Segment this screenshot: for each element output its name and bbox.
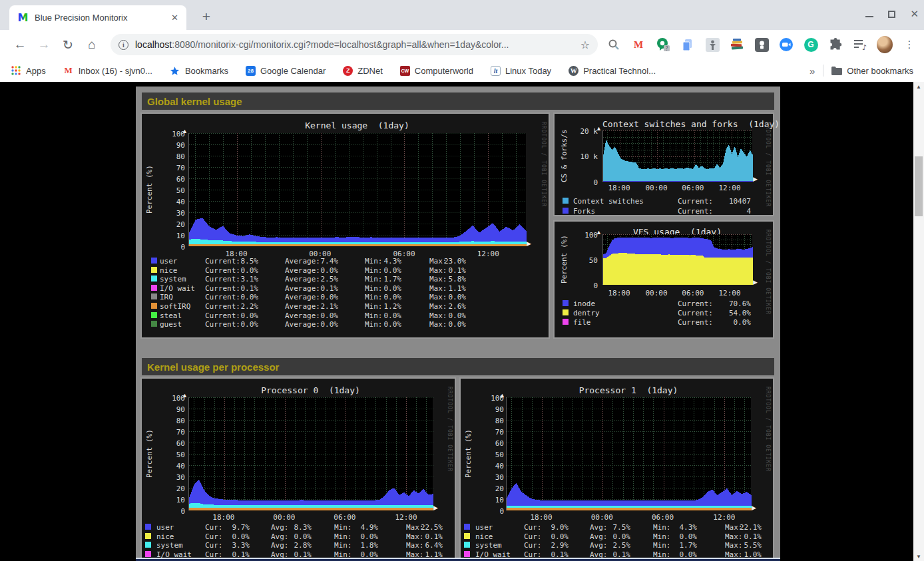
bottom-edge-line xyxy=(136,558,780,561)
legend-swatch xyxy=(464,551,470,557)
legend-label: inode xyxy=(573,299,673,308)
legend-value: 0.0% xyxy=(361,311,401,320)
y-tick-label: 40 xyxy=(165,462,185,470)
window-maximize-icon[interactable] xyxy=(888,11,895,18)
y-tick-label: 10 k xyxy=(571,152,598,161)
legend-value: 23.0% xyxy=(426,257,466,266)
url-text[interactable]: localhost:8080/monitorix-cgi/monitorix.c… xyxy=(135,39,577,50)
plot-area[interactable] xyxy=(188,133,526,246)
window-close-icon[interactable]: ✕ xyxy=(910,8,919,20)
bookmark-zdnet[interactable]: Z ZDNet xyxy=(343,66,383,76)
vfs-usage-graph-box[interactable]: VFS usage (1day)RRDTOOL / TOBI OETIKERPe… xyxy=(553,220,774,339)
plot-area[interactable] xyxy=(506,397,751,510)
y-tick-label: 10 xyxy=(165,232,185,240)
reload-icon[interactable]: ↻ xyxy=(59,35,77,54)
bookmark-linux-today[interactable]: lt Linux Today xyxy=(491,66,551,76)
legend-swatch xyxy=(145,524,151,530)
new-tab-button[interactable]: + xyxy=(197,7,216,26)
legend-row: guestCurrent:0.0%Average:0.0%Min:0.0%Max… xyxy=(151,320,564,329)
legend-value: 7.4% xyxy=(295,257,338,266)
axis-up-arrow: ▲ xyxy=(499,393,505,399)
y-tick-label: 60 xyxy=(165,175,185,184)
scrollbar-thumb[interactable] xyxy=(915,156,923,216)
graph-title: Context switches and forks (1day) xyxy=(602,119,752,129)
legend-value: 4.3% xyxy=(657,523,697,532)
processor0-graph-box[interactable]: Processor 0 (1day)RRDTOOL / TOBI OETIKER… xyxy=(140,377,456,561)
bookmarks-overflow-chevron[interactable]: » xyxy=(809,65,815,77)
legend-label: file xyxy=(573,318,673,327)
processor1-graph-box[interactable]: Processor 1 (1day)RRDTOOL / TOBI OETIKER… xyxy=(459,377,774,561)
scrollbar-up-icon[interactable]: ▲ xyxy=(913,82,924,91)
browser-menu-kebab-icon[interactable]: ⋮ xyxy=(901,37,917,53)
profile-avatar[interactable] xyxy=(877,37,893,53)
kernel-usage-graph-box[interactable]: Kernel usage (1day)RRDTOOL / TOBI OETIKE… xyxy=(140,112,550,339)
x-tick-label: 06:00 xyxy=(648,513,678,522)
bookmark-practical-technology[interactable]: W Practical Technol... xyxy=(569,66,656,76)
bookmark-bookmarks[interactable]: Bookmarks xyxy=(170,65,228,76)
legend-value: 5.8% xyxy=(426,275,466,283)
books-extension-icon[interactable] xyxy=(729,37,745,53)
computerworld-icon: CW xyxy=(400,66,410,76)
legend-value: 0.0% xyxy=(426,311,466,320)
bookmark-computerworld[interactable]: CW Computerworld xyxy=(400,66,473,76)
legend-label: nice xyxy=(160,266,204,275)
legend-label: user xyxy=(160,257,204,266)
voice-extension-icon[interactable]: ? xyxy=(655,37,671,53)
address-bar[interactable]: i localhost:8080/monitorix-cgi/monitorix… xyxy=(111,34,598,55)
linux-today-icon: lt xyxy=(491,66,501,76)
bookmark-apps[interactable]: Apps xyxy=(11,65,46,76)
site-info-icon[interactable]: i xyxy=(118,40,128,50)
zoom-extension-icon[interactable] xyxy=(778,37,794,53)
browser-tab[interactable]: M Blue Precision Monitorix ✕ xyxy=(9,5,186,30)
gmail-extension-icon[interactable]: M xyxy=(630,37,646,53)
extensions-puzzle-icon[interactable] xyxy=(827,37,843,53)
page-scrollbar[interactable]: ▲ ▼ xyxy=(913,82,924,561)
plot-area[interactable] xyxy=(188,397,433,510)
y-tick-label: 50 xyxy=(571,256,598,265)
legend-swatch xyxy=(563,208,569,214)
legend-swatch xyxy=(151,293,157,299)
legend-value: 0.0% xyxy=(657,532,697,541)
y-tick-label: 40 xyxy=(165,198,185,206)
search-extension-icon[interactable] xyxy=(606,37,622,53)
y-tick-label: 0 xyxy=(165,507,185,516)
grammarly-extension-icon[interactable]: G xyxy=(803,37,819,53)
legend-value: 7.5% xyxy=(590,523,630,532)
copy-pages-extension-icon[interactable] xyxy=(680,37,696,53)
legend-swatch xyxy=(151,321,157,327)
legend-label: guest xyxy=(160,320,204,329)
apps-grid-icon xyxy=(11,65,21,76)
x-tick-label: 00:00 xyxy=(642,184,671,192)
scrollbar-down-icon[interactable]: ▼ xyxy=(913,552,924,561)
playlist-extension-icon[interactable]: ♪ xyxy=(852,37,868,53)
x-tick-label: 00:00 xyxy=(270,513,299,522)
axis-up-arrow: ▲ xyxy=(182,128,188,134)
context-switches-graph-box[interactable]: Context switches and forks (1day)RRDTOOL… xyxy=(553,112,774,216)
forward-icon[interactable]: → xyxy=(35,35,53,54)
y-tick-label: 100 xyxy=(571,231,598,240)
legend-value: 0.0% xyxy=(529,532,569,541)
calendar-icon: 28 xyxy=(246,66,256,76)
plot-area[interactable] xyxy=(602,130,752,182)
back-icon[interactable]: ← xyxy=(11,35,29,54)
legend-value: 0.1% xyxy=(722,532,762,541)
monitorix-page: Global kernel usage Kernel usage (1day)R… xyxy=(0,82,913,561)
legend-value: 2.5% xyxy=(295,275,338,283)
legend-value: 0.0% xyxy=(361,293,401,301)
tab-title: Blue Precision Monitorix xyxy=(35,13,168,23)
bookmark-google-calendar[interactable]: 28 Google Calendar xyxy=(246,66,326,76)
bookmark-star-icon[interactable]: ☆ xyxy=(580,39,590,51)
home-icon[interactable]: ⌂ xyxy=(83,35,101,54)
other-bookmarks[interactable]: Other bookmarks xyxy=(831,65,913,76)
tab-close-icon[interactable]: ✕ xyxy=(168,11,181,24)
monitorix-favicon: M xyxy=(17,12,29,23)
legend-value: 2.2% xyxy=(215,302,258,311)
lamp-extension-icon[interactable] xyxy=(754,37,770,53)
window-minimize-icon[interactable] xyxy=(865,16,873,17)
plot-area[interactable] xyxy=(602,234,752,285)
accessibility-extension-icon[interactable] xyxy=(704,37,720,53)
legend-label: nice xyxy=(475,532,515,541)
y-tick-label: 0 xyxy=(484,507,504,516)
legend-value: 9.7% xyxy=(210,523,250,532)
bookmark-inbox[interactable]: M Inbox (16) - sjvn0... xyxy=(63,65,152,76)
